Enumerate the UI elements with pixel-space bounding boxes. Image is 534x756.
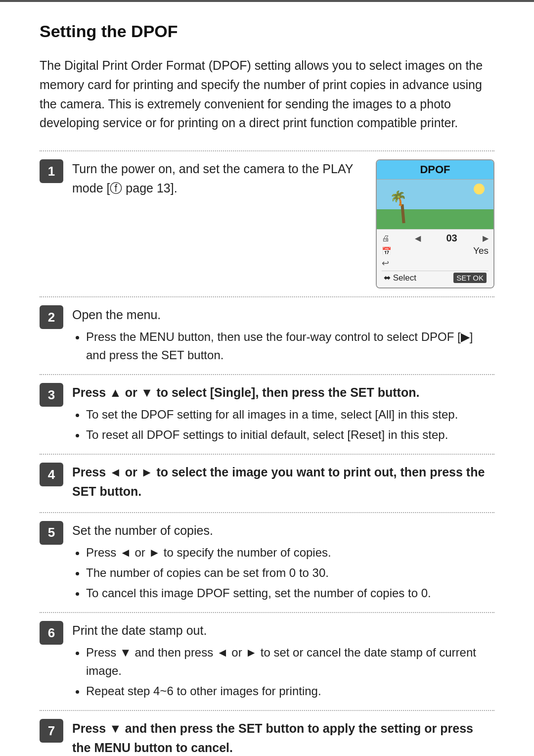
step-text-1: Turn the power on, and set the camera to… (72, 159, 366, 201)
step-text-2: Open the menu.Press the MENU button, the… (72, 305, 494, 366)
step-row-3: 3Press ▲ or ▼ to select [Single], then p… (40, 383, 494, 446)
sun-decoration (474, 184, 485, 194)
step-row-5: 5Set the number of copies.Press ◄ or ► t… (40, 521, 494, 604)
step-badge-6: 6 (40, 621, 63, 645)
camera-screen-controls: 🖨 ◀ 03 ▶ 📅 Yes ↩ ⬌ Select SET OK (377, 229, 493, 287)
step-main-text-3: Press ▲ or ▼ to select [Single], then pr… (72, 383, 494, 402)
step-main-text-7: Press ▼ and then press the SET button to… (72, 719, 494, 756)
page-title: Setting the DPOF (40, 22, 494, 41)
controls-count-row: 🖨 ◀ 03 ▶ (382, 233, 489, 244)
palm-leaves: 🌴 (390, 190, 407, 206)
step-main-text-1: Turn the power on, and set the camera to… (72, 159, 366, 198)
bullet-item: Press the MENU button, then use the four… (86, 328, 494, 364)
controls-return-row: ↩ (382, 258, 489, 269)
step-badge-7: 7 (40, 719, 63, 743)
step-main-text-6: Print the date stamp out. (72, 621, 494, 640)
yes-label: Yes (473, 245, 489, 256)
step-content-6: Print the date stamp out.Press ▼ and the… (72, 621, 494, 702)
step-3: 3Press ▲ or ▼ to select [Single], then p… (40, 374, 494, 446)
step-badge-5: 5 (40, 521, 63, 545)
page-content: Setting the DPOF The Digital Print Order… (0, 2, 534, 756)
intro-text: The Digital Print Order Format (DPOF) se… (40, 56, 494, 133)
step-row-1: 1Turn the power on, and set the camera t… (40, 159, 494, 288)
step-row-7: 7Press ▼ and then press the SET button t… (40, 719, 494, 756)
dotted-divider (40, 710, 494, 711)
step-5: 5Set the number of copies.Press ◄ or ► t… (40, 512, 494, 604)
step-1: 1Turn the power on, and set the camera t… (40, 150, 494, 288)
camera-scene: 🌴 (377, 180, 493, 229)
step-4: 4Press ◄ or ► to select the image you wa… (40, 454, 494, 504)
palm-trunk (400, 204, 405, 223)
dotted-divider (40, 454, 494, 455)
dotted-divider (40, 512, 494, 513)
bullet-item: To set the DPOF setting for all images i… (86, 405, 494, 424)
controls-nav: ⬌ Select SET OK (382, 271, 489, 284)
step-content-7: Press ▼ and then press the SET button to… (72, 719, 494, 756)
step-with-image-1: Turn the power on, and set the camera to… (72, 159, 494, 288)
step-with-image-2: Open the menu.Press the MENU button, the… (72, 305, 494, 366)
print-icon: 🖨 (382, 234, 390, 243)
step-main-text-4: Press ◄ or ► to select the image you wan… (72, 463, 494, 501)
dotted-divider (40, 296, 494, 297)
step-bullets-2: Press the MENU button, then use the four… (86, 328, 494, 364)
step-row-6: 6Print the date stamp out.Press ▼ and th… (40, 621, 494, 702)
dotted-divider (40, 612, 494, 613)
dotted-divider (40, 150, 494, 151)
ok-label: SET OK (453, 273, 487, 283)
step-row-2: 2Open the menu.Press the MENU button, th… (40, 305, 494, 366)
date-icon: 📅 (382, 246, 392, 256)
step-bullets-6: Press ▼ and then press ◄ or ► to set or … (86, 643, 494, 701)
step-badge-3: 3 (40, 383, 63, 407)
right-arrow: ▶ (483, 234, 489, 243)
step-bullets-3: To set the DPOF setting for all images i… (86, 405, 494, 444)
step-main-text-5: Set the number of copies. (72, 521, 494, 540)
bullet-item: Repeat step 4~6 to other images for prin… (86, 682, 494, 700)
return-icon: ↩ (382, 258, 389, 269)
camera-screen-header: DPOF (377, 160, 493, 180)
bullet-item: The number of copies can be set from 0 t… (86, 564, 494, 582)
select-label: ⬌ Select (384, 273, 416, 283)
bullet-item: Press ▼ and then press ◄ or ► to set or … (86, 643, 494, 680)
step-main-text-2: Open the menu. (72, 305, 494, 325)
dotted-divider (40, 374, 494, 375)
controls-yes-row: 📅 Yes (382, 245, 489, 256)
left-arrow: ◀ (415, 234, 421, 243)
step-content-4: Press ◄ or ► to select the image you wan… (72, 463, 494, 504)
step-content-5: Set the number of copies.Press ◄ or ► to… (72, 521, 494, 604)
step-6: 6Print the date stamp out.Press ▼ and th… (40, 612, 494, 702)
camera-screen: DPOF 🌴 🖨 ◀ 03 ▶ 📅 Yes (376, 159, 494, 288)
bullet-item: To reset all DPOF settings to initial de… (86, 425, 494, 444)
step-2: 2Open the menu.Press the MENU button, th… (40, 296, 494, 366)
step-badge-1: 1 (40, 159, 63, 183)
steps-container: 1Turn the power on, and set the camera t… (40, 150, 494, 756)
count-number: 03 (446, 233, 457, 244)
step-7: 7Press ▼ and then press the SET button t… (40, 710, 494, 756)
step-badge-2: 2 (40, 305, 63, 329)
step-bullets-5: Press ◄ or ► to specify the number of co… (86, 543, 494, 603)
bullet-item: Press ◄ or ► to specify the number of co… (86, 543, 494, 562)
step-badge-4: 4 (40, 463, 63, 486)
step-content-3: Press ▲ or ▼ to select [Single], then pr… (72, 383, 494, 446)
bullet-item: To cancel this image DPOF setting, set t… (86, 584, 494, 602)
step-row-4: 4Press ◄ or ► to select the image you wa… (40, 463, 494, 504)
